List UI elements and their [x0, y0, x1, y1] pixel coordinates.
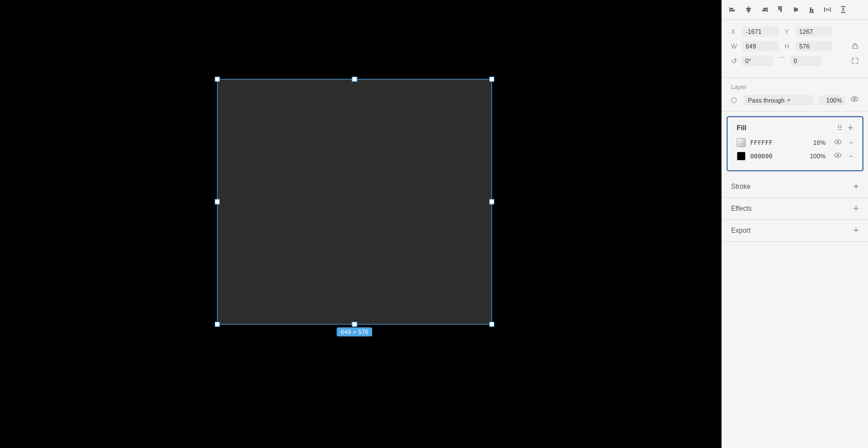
svg-rect-23: [842, 8, 844, 11]
handle-bottom-right[interactable]: [489, 322, 494, 327]
svg-rect-4: [746, 8, 751, 10]
svg-rect-1: [730, 8, 733, 10]
fill-swatch-0[interactable]: [737, 138, 746, 147]
align-left-icon[interactable]: [728, 5, 738, 15]
svg-rect-15: [809, 12, 814, 14]
layer-row: Pass through ▾: [731, 95, 859, 105]
layer-title: Layer: [731, 83, 859, 90]
effects-title: Effects: [731, 205, 853, 212]
handle-bottom-left[interactable]: [215, 322, 220, 327]
x-input[interactable]: [742, 26, 779, 37]
handle-mid-left[interactable]: [215, 199, 220, 205]
svg-rect-26: [737, 139, 745, 147]
svg-rect-7: [763, 8, 767, 10]
h-input[interactable]: [796, 41, 832, 51]
layer-section: Layer Pass through ▾: [722, 78, 868, 112]
fill-visibility-1[interactable]: [834, 151, 842, 161]
svg-rect-17: [812, 9, 814, 12]
fill-opacity-0: 16%: [808, 139, 826, 146]
svg-rect-16: [810, 7, 812, 12]
canvas-area: 649 × 576: [0, 0, 721, 448]
effects-section: Effects +: [722, 198, 868, 220]
right-panel: X Y W H ↺ ⌒: [721, 0, 868, 448]
blend-mode-indicator: [731, 97, 737, 103]
fill-remove-0[interactable]: −: [849, 138, 853, 147]
export-section: Export +: [722, 220, 868, 242]
svg-rect-8: [762, 10, 767, 12]
blend-mode-select[interactable]: Pass through ▾: [743, 95, 814, 105]
rotation-input[interactable]: [742, 56, 773, 66]
export-title: Export: [731, 227, 853, 234]
xy-row: X Y: [731, 26, 859, 37]
rotation-corners-row: ↺ ⌒: [731, 56, 859, 66]
handle-bottom-mid[interactable]: [352, 322, 357, 327]
fill-item-0: FFFFFF 16% −: [737, 137, 853, 148]
size-label: 649 × 576: [336, 327, 372, 336]
y-input[interactable]: [796, 26, 832, 37]
align-center-h-icon[interactable]: [743, 5, 754, 15]
align-middle-icon[interactable]: [791, 5, 801, 15]
svg-rect-22: [841, 12, 845, 14]
svg-rect-6: [767, 7, 768, 12]
rotation-icon: ↺: [731, 57, 737, 65]
export-add-button[interactable]: +: [853, 225, 859, 236]
handle-top-left[interactable]: [215, 77, 220, 82]
fill-section: Fill ⠿ + FFFFFF 16%: [727, 116, 863, 171]
properties-section: X Y W H ↺ ⌒: [722, 20, 868, 78]
svg-point-25: [853, 98, 856, 100]
fill-header: Fill ⠿ +: [737, 123, 853, 133]
fill-header-icons: ⠿ +: [837, 123, 853, 133]
fill-remove-1[interactable]: −: [849, 152, 853, 161]
fill-drag-icon[interactable]: ⠿: [837, 124, 843, 132]
distribute-h-icon[interactable]: [822, 5, 832, 15]
fill-item-1: 000000 100% −: [737, 151, 853, 161]
fill-swatch-1[interactable]: [737, 152, 746, 161]
svg-rect-21: [841, 6, 845, 7]
svg-rect-3: [748, 6, 749, 13]
fill-add-icon[interactable]: +: [847, 123, 853, 133]
h-label: H: [785, 43, 792, 50]
selected-frame[interactable]: 649 × 576: [217, 79, 492, 325]
align-toolbar: [722, 0, 868, 20]
svg-rect-18: [824, 7, 825, 12]
fill-opacity-1: 100%: [808, 153, 826, 159]
w-label: W: [731, 43, 739, 50]
corner-radius-input[interactable]: [790, 56, 821, 66]
svg-rect-13: [794, 7, 796, 12]
handle-top-right[interactable]: [489, 77, 494, 82]
effects-add-button[interactable]: +: [853, 203, 859, 214]
svg-rect-0: [729, 7, 730, 12]
stroke-add-button[interactable]: +: [853, 181, 859, 192]
svg-rect-2: [730, 10, 735, 12]
blend-mode-label: Pass through: [748, 97, 785, 104]
svg-point-30: [836, 154, 839, 157]
fill-color-0: FFFFFF: [750, 139, 803, 147]
distribute-v-icon[interactable]: [838, 5, 848, 15]
svg-rect-19: [830, 7, 831, 12]
svg-rect-11: [781, 7, 782, 12]
svg-rect-5: [747, 10, 750, 12]
x-label: X: [731, 28, 739, 35]
wh-row: W H: [731, 41, 859, 51]
align-top-icon[interactable]: [775, 5, 785, 15]
layer-visibility-icon[interactable]: [850, 95, 859, 105]
fill-visibility-0[interactable]: [834, 137, 842, 148]
svg-rect-10: [778, 7, 780, 10]
blend-mode-chevron: ▾: [787, 97, 790, 103]
svg-rect-9: [778, 6, 782, 7]
svg-point-28: [836, 141, 839, 143]
align-bottom-icon[interactable]: [807, 5, 817, 15]
svg-rect-20: [826, 8, 829, 11]
align-right-icon[interactable]: [759, 5, 769, 15]
svg-rect-14: [796, 8, 798, 11]
layer-opacity-input[interactable]: [818, 95, 845, 105]
constrain-proportions-icon[interactable]: [851, 42, 859, 50]
corner-radius-icon: ⌒: [778, 56, 786, 66]
y-label: Y: [785, 28, 792, 35]
handle-mid-right[interactable]: [489, 199, 494, 205]
stroke-section: Stroke +: [722, 176, 868, 198]
handle-top-mid[interactable]: [352, 77, 357, 82]
stroke-title: Stroke: [731, 183, 853, 190]
w-input[interactable]: [742, 41, 779, 51]
individual-corners-icon[interactable]: [851, 57, 859, 65]
